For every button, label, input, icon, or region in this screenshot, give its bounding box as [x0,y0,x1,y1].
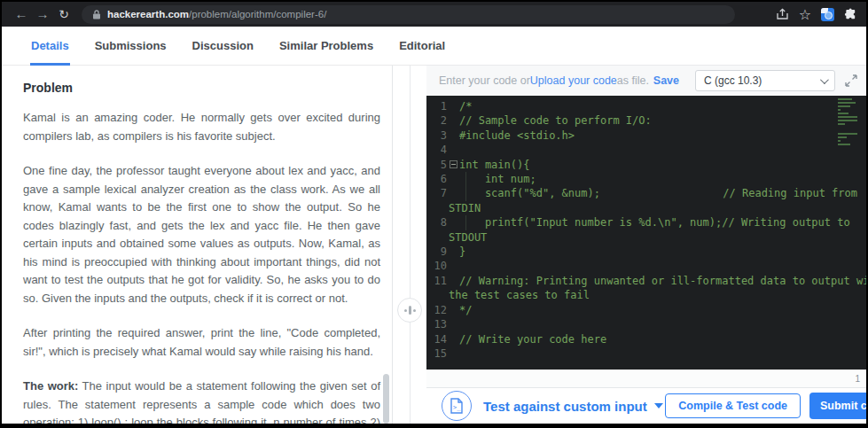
problem-heading: Problem [23,81,380,95]
editor-panel: Enter your code or Upload your code as f… [426,66,866,424]
tab-details[interactable]: Details [30,39,70,66]
problem-scrollbar-thumb[interactable] [383,374,389,424]
share-icon[interactable] [776,8,789,20]
toolbar-right: ☆ [776,6,857,23]
line-number: 11 [432,274,447,288]
code-line[interactable]: STDOUT [432,230,863,245]
code-text: int main(){ [459,158,529,172]
test-custom-input-toggle[interactable]: Test against custom input [483,399,647,414]
code-line[interactable]: 12 */ [432,303,863,317]
line-number: 12 [432,303,447,317]
code-lines: 1 /* 2 // Sample code to perform I/O: 3 … [432,99,863,361]
line-number: 6 [432,172,447,186]
panel-divider [393,66,426,424]
line-number: 13 [432,317,447,331]
line-number: 9 [432,245,447,259]
code-comment: // Writing output to [722,215,866,230]
url-domain: hackerearth.com [107,9,189,19]
tab-discussion[interactable]: Discussion [192,39,254,66]
editor-footer: 1 [426,370,866,387]
line-number: 14 [432,332,447,346]
code-text: // Write your code here [459,332,606,346]
screenshot-extension-icon[interactable] [821,8,834,21]
minimap[interactable] [838,98,859,147]
enter-code-prompt: Enter your code or [439,74,530,87]
code-line[interactable]: the test cases to fail [432,288,863,302]
problem-paragraph: One fine day, the professor taught every… [23,162,380,307]
line-number: 15 [432,346,447,361]
chevron-down-icon [820,75,829,84]
line-number [432,201,447,215]
code-line[interactable]: 3 #include <stdio.h> [432,128,863,143]
upload-code-link[interactable]: Upload your code [530,74,617,87]
code-line[interactable]: 9 } [432,245,863,259]
line-number: 3 [432,128,447,143]
code-line[interactable]: 11 // Warning: Printing unwanted or ill-… [432,274,863,288]
svg-text:>_: >_ [453,404,461,411]
reload-icon[interactable]: ↻ [53,3,74,26]
code-line[interactable]: 2 // Sample code to perform I/O: [432,113,863,128]
indent-guide [465,215,466,230]
code-line[interactable]: 10 [432,259,863,273]
screenshot-frame: ← → ↻ hackerearth.com/problem/algorithm/… [0,0,868,428]
line-number [432,288,447,302]
problem-panel: Problem Kamal is an amazing coder. He no… [2,66,393,424]
forward-icon[interactable]: → [32,3,53,26]
code-line[interactable]: STDIN [432,201,863,215]
code-text: } [459,245,465,259]
code-line[interactable]: 7 scanf("%d", &num); // Reading input fr… [432,186,863,200]
code-text: */ [459,303,472,317]
address-bar[interactable]: hackerearth.com/problem/algorithm/compil… [82,5,735,24]
problem-tabbar: DetailsSubmissionsDiscussionSimilar Prob… [2,27,866,66]
browser-toolbar: ← → ↻ hackerearth.com/problem/algorithm/… [2,2,866,27]
line-number [432,230,447,245]
code-editor[interactable]: 1 /* 2 // Sample code to perform I/O: 3 … [426,96,866,370]
line-number: 1 [432,99,447,113]
indent-guide [465,186,466,200]
tab-editorial[interactable]: Editorial [398,39,446,66]
code-line[interactable]: 14 // Write your code here [432,332,863,346]
code-text: /* [459,99,472,113]
code-text: the test cases to fail [449,288,590,302]
save-link[interactable]: Save [653,74,679,87]
code-fold-icon[interactable] [450,160,457,168]
code-text: STDIN [449,201,481,215]
back-icon[interactable]: ← [11,3,32,26]
resize-dot-right [413,309,416,312]
line-number: 8 [432,215,447,230]
line-number: 4 [432,143,447,157]
editor-footer-glyph: 1 [855,374,860,384]
code-text: scanf("%d", &num); [459,186,600,200]
code-text: int num; [459,172,536,186]
compile-test-button[interactable]: Compile & Test code [665,393,801,418]
resize-bar [409,306,411,315]
code-text: STDOUT [449,230,487,245]
code-line[interactable]: 8 printf("Input number is %d.\n", num); … [432,215,863,230]
code-line[interactable]: 4 [432,143,863,157]
code-line[interactable]: 6 int num; [432,172,863,186]
problem-paragraph: Kamal is an amazing coder. He normally g… [23,109,380,145]
submit-code-button[interactable]: Submit code [809,393,866,419]
caret-down-icon[interactable] [654,403,663,409]
bookmark-star-icon[interactable]: ☆ [799,6,811,23]
code-text: printf("Input number is %d.\n", num); [459,215,722,230]
line-number: 5 [432,158,447,172]
browser-window: ← → ↻ hackerearth.com/problem/algorithm/… [2,2,866,424]
tab-submissions[interactable]: Submissions [94,39,168,66]
code-line[interactable]: 15 [432,346,863,361]
resize-dot-left [404,309,407,312]
fullscreen-expand-icon[interactable] [845,74,857,87]
problem-paragraph: The work: The input would be a statement… [23,377,380,424]
language-selected-value: C (gcc 10.3) [704,74,762,87]
custom-input-icon[interactable]: >_ [442,391,472,421]
code-line[interactable]: 13 [432,317,863,331]
resize-handle[interactable] [397,298,422,323]
extensions-puzzle-icon[interactable] [844,8,857,21]
code-line[interactable]: 5 int main(){ [432,158,863,172]
the-work-label: The work: [23,379,78,393]
tab-similar-problems[interactable]: Similar Problems [278,39,374,66]
language-select[interactable]: C (gcc 10.3) [695,70,835,91]
problem-paragraph: After printing the required answer, prin… [23,324,380,361]
code-line[interactable]: 1 /* [432,99,863,113]
hackerearth-page: DetailsSubmissionsDiscussionSimilar Prob… [2,27,866,424]
